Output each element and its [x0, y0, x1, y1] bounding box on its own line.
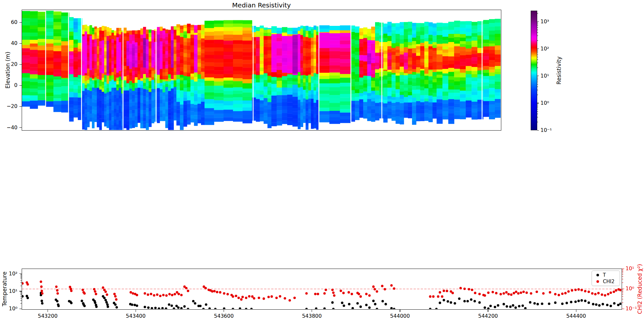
- chi2-data-point: [258, 297, 260, 299]
- resistivity-cell: [293, 123, 298, 127]
- resistivity-cell: [116, 121, 119, 124]
- resistivity-cell: [424, 48, 428, 52]
- resistivity-cell: [102, 34, 104, 37]
- resistivity-cell: [104, 86, 107, 90]
- resistivity-cell: [194, 122, 198, 126]
- resistivity-cell: [268, 83, 272, 87]
- resistivity-cell: [268, 99, 272, 102]
- resistivity-cell: [460, 41, 466, 44]
- resistivity-cell: [233, 108, 243, 111]
- resistivity-cell: [489, 80, 495, 84]
- chi2-data-point: [168, 293, 171, 295]
- resistivity-cell: [424, 55, 428, 59]
- chi2-data-point: [185, 287, 188, 290]
- resistivity-cell: [363, 91, 367, 95]
- resistivity-cell: [412, 37, 416, 41]
- resistivity-cell: [305, 96, 308, 100]
- colorbar-minor-tick: [537, 87, 538, 87]
- resistivity-cell: [293, 38, 298, 42]
- resistivity-cell: [268, 69, 272, 72]
- resistivity-cell: [106, 100, 109, 103]
- resistivity-cell: [483, 63, 489, 66]
- resistivity-cell: [205, 81, 214, 86]
- resistivity-cell: [252, 32, 256, 37]
- resistivity-cell: [109, 102, 112, 106]
- resistivity-cell: [242, 64, 252, 68]
- resistivity-cell: [300, 29, 303, 32]
- colorbar-minor-tick: [537, 27, 538, 28]
- resistivity-cell: [329, 91, 340, 95]
- t-data-point: [606, 304, 609, 306]
- chi2-data-point: [240, 298, 243, 301]
- resistivity-cell: [448, 103, 454, 106]
- resistivity-cell: [371, 113, 375, 118]
- resistivity-cell: [392, 34, 396, 37]
- resistivity-cell: [171, 123, 174, 127]
- resistivity-cell: [355, 67, 360, 70]
- resistivity-cell: [416, 36, 420, 40]
- chi2-data-point: [463, 288, 466, 290]
- resistivity-cell: [466, 52, 472, 55]
- resistivity-cell: [191, 89, 194, 92]
- resistivity-cell: [495, 114, 501, 118]
- resistivity-cell: [260, 104, 264, 107]
- resistivity-cell: [287, 62, 293, 66]
- resistivity-cell: [84, 92, 87, 95]
- chi2-data-point: [610, 292, 612, 294]
- t-data-point: [136, 304, 138, 307]
- resistivity-cell: [242, 27, 252, 31]
- resistivity-cell: [375, 53, 379, 56]
- elevation-tick-label: 20: [3, 61, 17, 67]
- resistivity-cell: [340, 52, 350, 56]
- resistivity-cell: [433, 89, 437, 93]
- resistivity-cell: [395, 66, 400, 70]
- resistivity-cell: [483, 47, 489, 50]
- resistivity-cell: [114, 64, 117, 68]
- resistivity-cell: [277, 118, 282, 122]
- resistivity-cell: [303, 90, 306, 94]
- resistivity-cell: [180, 126, 184, 130]
- resistivity-cell: [224, 48, 233, 52]
- resistivity-cell: [448, 90, 454, 93]
- easting-tick-label: 544200: [477, 313, 499, 319]
- resistivity-cell: [53, 46, 61, 48]
- t-data-point: [376, 308, 378, 309]
- resistivity-cell: [252, 74, 256, 79]
- resistivity-cell: [127, 121, 129, 125]
- resistivity-cell: [214, 78, 224, 81]
- resistivity-cell: [111, 84, 114, 88]
- t-data-point: [147, 306, 150, 309]
- chi2-data-point: [604, 294, 606, 297]
- resistivity-cell: [483, 56, 489, 59]
- resistivity-cell: [157, 54, 160, 58]
- temperature-minor-tick: [20, 281, 22, 281]
- resistivity-cell: [308, 71, 311, 75]
- resistivity-cell: [30, 74, 38, 79]
- chi2-data-point: [588, 291, 590, 293]
- resistivity-cell: [252, 45, 256, 48]
- resistivity-cell: [256, 107, 260, 111]
- resistivity-cell: [268, 91, 272, 95]
- resistivity-cell: [420, 102, 425, 106]
- resistivity-cell: [355, 33, 360, 37]
- resistivity-cell: [156, 10, 157, 130]
- resistivity-cell: [22, 36, 30, 40]
- resistivity-cell: [191, 100, 194, 104]
- resistivity-cell: [268, 79, 272, 83]
- resistivity-cell: [87, 65, 90, 69]
- resistivity-cell: [260, 75, 264, 79]
- resistivity-cell: [99, 97, 102, 101]
- resistivity-cell: [442, 47, 449, 50]
- resistivity-cell: [97, 79, 99, 84]
- resistivity-cell: [38, 71, 46, 75]
- resistivity-cell: [224, 94, 233, 98]
- resistivity-cell: [90, 40, 92, 44]
- resistivity-cell: [176, 118, 180, 122]
- resistivity-cell: [287, 73, 293, 75]
- resistivity-cell: [400, 67, 404, 72]
- resistivity-cell: [94, 80, 97, 84]
- resistivity-cell: [282, 69, 287, 73]
- t-data-point: [175, 305, 178, 307]
- elevation-tick-mark: [19, 43, 22, 44]
- resistivity-cell: [180, 98, 184, 101]
